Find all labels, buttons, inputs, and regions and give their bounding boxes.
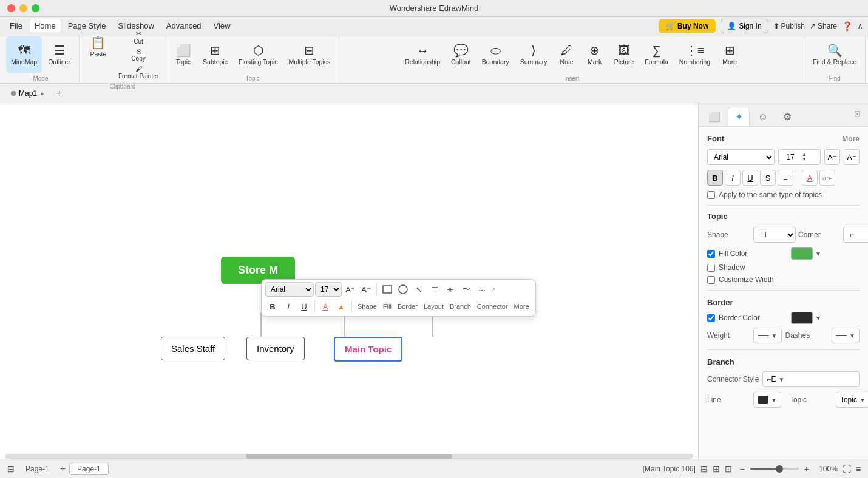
zoom-out-btn[interactable]: − (737, 463, 748, 474)
close-button[interactable] (7, 4, 15, 12)
page-1-tab[interactable]: Page-1 (18, 463, 56, 474)
picture-tool[interactable]: 🖼 Picture (609, 36, 639, 73)
numbering-tool[interactable]: ⋮≡ Numbering (674, 36, 715, 73)
weight-dropdown[interactable]: ▼ (771, 332, 778, 339)
panel-toggle-btn[interactable]: ⊟ (7, 464, 15, 474)
dashes-dropdown[interactable]: ▼ (849, 332, 855, 339)
text-style-btn[interactable]: ab- (819, 170, 835, 186)
cut-tool[interactable]: ✂ Cut (115, 29, 162, 45)
line-color-swatch[interactable] (758, 396, 768, 404)
fill-color-swatch[interactable] (791, 247, 813, 260)
floating-font-increase[interactable]: A⁺ (343, 282, 358, 297)
border-color-dropdown[interactable]: ▼ (815, 315, 821, 321)
paste-tool[interactable]: 📋 Paste (83, 29, 114, 65)
floating-font-family[interactable]: Arial (265, 282, 314, 297)
add-page-btn[interactable]: + (60, 463, 66, 474)
menu-advanced[interactable]: Advanced (161, 19, 206, 32)
outliner-tool[interactable]: ☰ Outliner (43, 36, 75, 73)
sales-staff-node[interactable]: Sales Staff (161, 337, 225, 360)
menu-file[interactable]: File (5, 19, 27, 32)
fill-color-checkbox[interactable] (707, 250, 715, 258)
layout-icon-2[interactable]: ⊞ (713, 464, 720, 474)
fill-color-dropdown[interactable]: ▼ (815, 251, 821, 257)
connector-style-dropdown[interactable]: ▼ (778, 376, 784, 383)
callout-tool[interactable]: 💬 Callout (446, 36, 476, 73)
buy-now-button[interactable]: 🛒 Buy Now (659, 19, 716, 33)
multiple-topics-tool[interactable]: ⊟ Multiple Topics (284, 36, 336, 73)
italic-btn[interactable]: I (725, 170, 741, 186)
align-btn[interactable]: ≡ (778, 170, 793, 186)
help-icon[interactable]: ❓ (842, 21, 852, 31)
summary-tool[interactable]: ⟩ Summary (515, 36, 552, 73)
floating-font-decrease[interactable]: A⁻ (359, 282, 373, 297)
fullscreen-btn[interactable]: ⛶ (843, 464, 851, 474)
font-more-link[interactable]: More (842, 135, 860, 143)
zoom-in-btn[interactable]: + (801, 463, 812, 474)
menu-home[interactable]: Home (30, 19, 61, 32)
floating-highlight-btn[interactable]: ▲ (334, 299, 348, 314)
corner-select[interactable]: ⌐ (843, 227, 868, 243)
boundary-tool[interactable]: ⬭ Boundary (477, 36, 514, 73)
font-size-input[interactable] (781, 153, 799, 161)
shape-select[interactable]: ☐ (753, 227, 796, 243)
main-topic-node[interactable]: Main Topic (334, 337, 402, 362)
floating-shape-btn[interactable] (380, 282, 395, 297)
border-color-checkbox[interactable] (707, 314, 715, 322)
customize-width-checkbox[interactable] (707, 276, 715, 284)
active-page-tab[interactable]: Page-1 (69, 463, 109, 475)
bold-btn[interactable]: B (707, 170, 723, 186)
floating-font-size[interactable]: 17 (315, 282, 342, 297)
formula-tool[interactable]: ∑ Formula (640, 36, 673, 73)
maximize-button[interactable] (32, 4, 39, 12)
minimize-button[interactable] (19, 4, 27, 12)
sign-in-button[interactable]: 👤 Sign In (721, 19, 768, 33)
collapse-icon[interactable]: ∧ (857, 21, 863, 31)
share-button[interactable]: ↗ Share (810, 22, 837, 30)
zoom-slider[interactable] (750, 468, 799, 470)
floating-bold-btn[interactable]: B (265, 299, 280, 314)
floating-more-btn[interactable]: ··· (475, 282, 489, 297)
strikethrough-btn[interactable]: S (760, 170, 776, 186)
floating-topic-tool[interactable]: ⬡ Floating Topic (234, 36, 283, 73)
underline-btn[interactable]: U (742, 170, 758, 186)
note-tool[interactable]: 🖊 Note (554, 36, 580, 73)
apply-same-checkbox[interactable] (707, 191, 715, 199)
copy-tool[interactable]: ⎘ Copy (115, 46, 162, 63)
line-type-dropdown[interactable]: ▼ (860, 397, 866, 403)
mindmap-tool[interactable]: 🗺 MindMap (6, 36, 42, 73)
relationship-tool[interactable]: ↔ Relationship (400, 36, 445, 73)
floating-font-color-btn[interactable]: A (318, 299, 333, 314)
panel-expand-btn[interactable]: ⊡ (852, 107, 863, 126)
panel-tab-format[interactable]: ✦ (728, 107, 750, 126)
floating-branch-btn[interactable]: ⊤ (427, 282, 442, 297)
publish-button[interactable]: ⬆ Publish (773, 22, 805, 30)
font-size-down[interactable]: ▼ (802, 157, 807, 162)
floating-underline-btn[interactable]: U (297, 299, 311, 314)
font-family-select[interactable]: Arial (707, 149, 775, 165)
h-scrollbar[interactable] (0, 454, 698, 459)
more-insert-tool[interactable]: ⊞ More (716, 36, 743, 73)
floating-circle-btn[interactable] (396, 282, 410, 297)
line-color-dropdown[interactable]: ▼ (771, 397, 777, 403)
shadow-checkbox[interactable] (707, 264, 715, 272)
add-tab-button[interactable]: + (53, 87, 66, 100)
canvas-area[interactable]: Store M Sales Staff Inventory Main Topic… (0, 103, 698, 459)
subtopic-tool[interactable]: ⊞ Subtopic (198, 36, 232, 73)
panel-tab-style[interactable]: ⬜ (704, 107, 725, 126)
border-color-swatch[interactable] (791, 312, 813, 324)
floating-connector-btn[interactable]: ⟛ (443, 282, 458, 297)
collapse-btn[interactable]: ≡ (856, 464, 861, 474)
menu-view[interactable]: View (209, 19, 236, 32)
format-painter-tool[interactable]: 🖌 Format Painter (115, 64, 162, 81)
floating-close-hint[interactable]: ↗ (490, 286, 495, 293)
inventory-node[interactable]: Inventory (246, 337, 305, 360)
font-increase-btn[interactable]: A⁺ (824, 149, 840, 165)
topic-tool[interactable]: ⬜ Topic (170, 36, 197, 73)
panel-tab-emoji[interactable]: ☺ (752, 107, 774, 126)
layout-icon-1[interactable]: ⊟ (700, 464, 708, 474)
floating-italic-btn[interactable]: I (281, 299, 296, 314)
mark-tool[interactable]: ⊕ Mark (581, 36, 608, 73)
layout-icon-3[interactable]: ⊡ (725, 464, 732, 474)
tab-map1[interactable]: Map1 ● (5, 87, 50, 100)
panel-tab-settings[interactable]: ⚙ (776, 107, 798, 126)
